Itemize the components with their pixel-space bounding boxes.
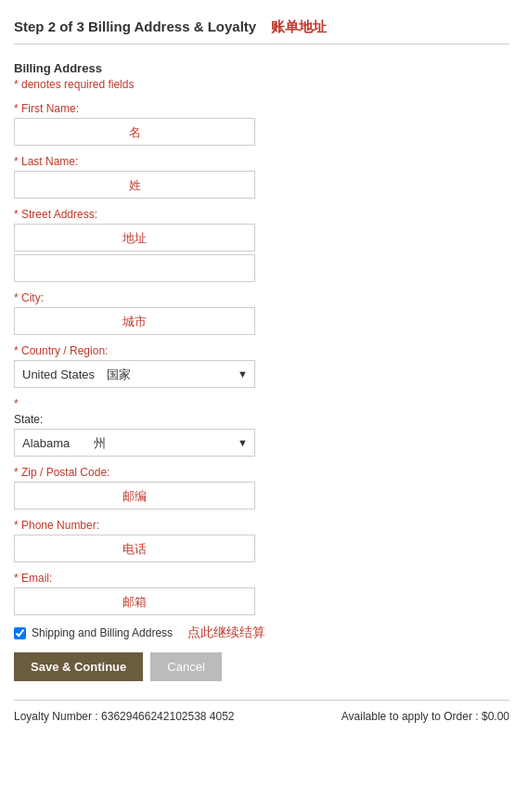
state-asterisk: * <box>14 397 19 410</box>
zip-label: * Zip / Postal Code: <box>14 466 509 479</box>
country-select-wrapper: United States 国家 Canada United Kingdom A… <box>14 360 255 388</box>
street-input-2[interactable] <box>14 254 255 282</box>
zip-input[interactable] <box>14 482 255 509</box>
save-continue-button[interactable]: Save & Continue <box>14 652 143 681</box>
city-group: * City: <box>14 291 509 335</box>
loyalty-number-value: 63629466242102538 4052 <box>101 710 234 723</box>
section-title: Billing Address <box>14 61 509 75</box>
button-row: Save & Continue Cancel <box>14 652 509 681</box>
email-label: * Email: <box>14 572 509 585</box>
state-select[interactable]: Alabama 州 Alaska Arizona Arkansas Califo… <box>14 429 255 457</box>
state-group: * State: Alabama 州 Alaska Arizona Arkans… <box>14 397 509 457</box>
chinese-title: 账单地址 <box>271 19 327 36</box>
first-name-input[interactable] <box>14 118 255 146</box>
zip-group: * Zip / Postal Code: <box>14 466 509 509</box>
city-input[interactable] <box>14 307 255 335</box>
street-label: * Street Address: <box>14 208 509 221</box>
continue-checkout-annotation: 点此继续结算 <box>187 625 265 641</box>
checkbox-row: Shipping and Billing Address 点此继续结算 <box>14 625 509 641</box>
state-select-wrapper: Alabama 州 Alaska Arizona Arkansas Califo… <box>14 429 255 457</box>
email-input[interactable] <box>14 587 255 615</box>
shipping-billing-label[interactable]: Shipping and Billing Address <box>32 626 173 639</box>
loyalty-available: Available to apply to Order : $0.00 <box>341 710 509 723</box>
country-group: * Country / Region: United States 国家 Can… <box>14 344 509 388</box>
page-header: Step 2 of 3 Billing Address & Loyalty 账单… <box>14 19 509 45</box>
first-name-label: * First Name: <box>14 102 509 115</box>
last-name-label: * Last Name: <box>14 155 509 168</box>
loyalty-footer: Loyalty Number : 63629466242102538 4052 … <box>14 700 509 723</box>
phone-label: * Phone Number: <box>14 519 509 532</box>
state-label: State: <box>14 413 509 426</box>
loyalty-number: Loyalty Number : 63629466242102538 4052 <box>14 710 235 723</box>
loyalty-available-value: $0.00 <box>482 710 509 723</box>
last-name-input[interactable] <box>14 171 255 199</box>
state-label-row: * <box>14 397 509 410</box>
step-title: Step 2 of 3 Billing Address & Loyalty <box>14 19 256 34</box>
loyalty-number-label: Loyalty Number : <box>14 710 98 723</box>
email-group: * Email: <box>14 572 509 615</box>
first-name-group: * First Name: <box>14 102 509 146</box>
country-select[interactable]: United States 国家 Canada United Kingdom A… <box>14 360 255 388</box>
phone-input[interactable] <box>14 535 255 562</box>
loyalty-available-label: Available to apply to Order : <box>341 710 479 723</box>
phone-group: * Phone Number: <box>14 519 509 562</box>
last-name-group: * Last Name: <box>14 155 509 199</box>
street-address-group: * Street Address: <box>14 208 509 282</box>
country-label: * Country / Region: <box>14 344 509 357</box>
billing-address-section: Billing Address * denotes required field… <box>14 61 509 681</box>
shipping-billing-checkbox[interactable] <box>14 627 26 639</box>
street-inputs <box>14 224 509 282</box>
cancel-button[interactable]: Cancel <box>150 652 221 681</box>
required-note: * denotes required fields <box>14 78 509 91</box>
city-label: * City: <box>14 291 509 304</box>
street-input-1[interactable] <box>14 224 255 251</box>
